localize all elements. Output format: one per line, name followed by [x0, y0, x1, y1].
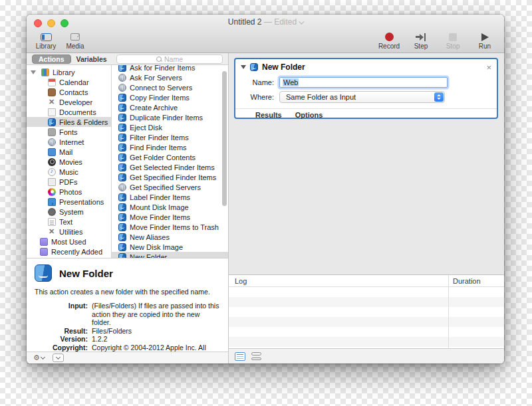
library-item[interactable]: Calendar: [27, 77, 111, 87]
finder-icon: [118, 134, 126, 142]
workflow-canvas[interactable]: New Folder × Name: Web Where: Same Folde…: [229, 53, 504, 274]
minimize-window-button[interactable]: [47, 19, 55, 27]
description-field-value: Copyright © 2004-2012 Apple Inc. All rig…: [92, 344, 220, 352]
gear-menu-button[interactable]: ⚙: [33, 354, 45, 361]
action-item[interactable]: Mount Disk Image: [112, 202, 228, 212]
title-chevron-down-icon[interactable]: [299, 19, 304, 24]
log-empty-row: [229, 337, 504, 347]
finder-icon: [118, 94, 126, 102]
log-column-header[interactable]: Log: [229, 277, 247, 285]
action-card-header[interactable]: New Folder ×: [235, 59, 497, 74]
close-action-button[interactable]: ×: [486, 63, 491, 72]
log-empty-row: [229, 307, 504, 317]
step-button-label: Step: [414, 43, 428, 50]
step-button[interactable]: Step: [410, 32, 432, 50]
library-item[interactable]: Recently Added: [27, 247, 111, 256]
action-item[interactable]: Move Finder Items: [112, 212, 228, 222]
action-item[interactable]: Get Selected Finder Items: [112, 162, 228, 172]
zoom-window-button[interactable]: [61, 19, 68, 27]
run-button-label: Run: [479, 43, 491, 50]
action-item-label: Get Folder Contents: [130, 153, 196, 161]
action-item[interactable]: Label Finder Items: [112, 192, 228, 202]
library-item[interactable]: Contacts: [27, 87, 111, 97]
run-button[interactable]: Run: [473, 32, 496, 50]
library-item[interactable]: Developer: [27, 97, 111, 107]
finder-icon: [118, 243, 126, 251]
library-item[interactable]: PDFs: [27, 177, 111, 187]
library-item[interactable]: Movies: [27, 157, 111, 167]
action-item-label: Copy Finder Items: [130, 94, 190, 102]
where-popup-button[interactable]: Same Folder as Input: [279, 91, 445, 103]
utilities-icon: [48, 228, 56, 236]
action-item[interactable]: Duplicate Finder Items: [112, 112, 228, 122]
action-item[interactable]: Ask for Finder Items: [112, 65, 228, 72]
library-root-item[interactable]: Library: [27, 67, 111, 77]
toolbar-right-group: Record Step Stop Run: [368, 32, 496, 50]
action-item[interactable]: Eject Disk: [112, 122, 228, 132]
library-item[interactable]: System: [27, 207, 111, 217]
search-input[interactable]: Name: [116, 54, 223, 64]
action-list-scrollbar[interactable]: [222, 71, 227, 206]
library-item-label: Recently Added: [51, 248, 102, 256]
action-item[interactable]: New Folder: [112, 252, 228, 258]
steps-view-button[interactable]: [251, 352, 261, 361]
action-item-label: Find Finder Items: [130, 144, 187, 152]
duration-column-header[interactable]: Duration: [453, 277, 481, 285]
library-item[interactable]: Internet: [27, 137, 111, 147]
action-item[interactable]: Find Finder Items: [112, 142, 228, 152]
library-item[interactable]: Documents: [27, 107, 111, 117]
close-window-button[interactable]: [34, 19, 42, 27]
tab-row: Actions Variables Name: [27, 53, 228, 65]
system-icon: [48, 208, 56, 216]
library-button[interactable]: Library: [35, 32, 57, 50]
library-item[interactable]: Files & Folders: [27, 117, 111, 127]
library-item-label: Text: [59, 218, 72, 226]
log-column-divider[interactable]: [448, 275, 449, 348]
results-button[interactable]: Results: [255, 111, 282, 119]
library-item[interactable]: Most Used: [27, 237, 111, 247]
library-item[interactable]: Photos: [27, 187, 111, 197]
description-field-value: Files/Folders: [92, 327, 220, 336]
tab-variables[interactable]: Variables: [71, 55, 112, 63]
library-item[interactable]: Presentations: [27, 197, 111, 207]
action-item[interactable]: Create Archive: [112, 102, 228, 112]
action-item[interactable]: Copy Finder Items: [112, 92, 228, 102]
action-item[interactable]: Move Finder Items to Trash: [112, 222, 228, 232]
action-item[interactable]: New Aliases: [112, 232, 228, 242]
documents-icon: [48, 108, 56, 116]
action-column: Ask for Finder Items Ask For Servers Con…: [112, 65, 228, 258]
disclosure-triangle-icon[interactable]: [241, 65, 246, 69]
library-tree: Calendar Contacts Developer: [27, 77, 111, 256]
action-item[interactable]: Get Specified Servers: [112, 182, 228, 192]
options-button[interactable]: Options: [295, 111, 323, 119]
library-item[interactable]: Mail: [27, 147, 111, 157]
action-item[interactable]: Connect to Servers: [112, 82, 228, 92]
log-view-button[interactable]: [235, 352, 245, 361]
record-button[interactable]: Record: [378, 32, 400, 50]
action-item[interactable]: Get Specified Finder Items: [112, 172, 228, 182]
popup-stepper-icon: [434, 92, 444, 102]
calendar-icon: [48, 78, 56, 86]
description-field: Input: (Files/Folders) If files are pass…: [35, 302, 220, 327]
description-title: New Folder: [59, 268, 113, 279]
library-item-label: Documents: [59, 108, 96, 116]
library-item[interactable]: Text: [27, 217, 111, 227]
text-icon: [48, 218, 56, 226]
pdfs-icon: [48, 178, 56, 186]
finder-icon: [118, 223, 126, 231]
media-button[interactable]: Media: [64, 32, 86, 50]
library-item[interactable]: Fonts: [27, 127, 111, 137]
action-item-label: Connect to Servers: [130, 84, 192, 92]
collapse-panel-button[interactable]: [53, 354, 64, 362]
action-item[interactable]: Filter Finder Items: [112, 132, 228, 142]
library-item-label: Presentations: [59, 198, 104, 206]
tab-actions[interactable]: Actions: [32, 54, 71, 64]
action-item[interactable]: New Disk Image: [112, 242, 228, 252]
action-item[interactable]: Ask For Servers: [112, 72, 228, 82]
library-item[interactable]: Utilities: [27, 227, 111, 237]
library-item[interactable]: Music: [27, 167, 111, 177]
folder-name-field[interactable]: Web: [279, 77, 448, 88]
library-item-label: Utilities: [59, 228, 82, 236]
disclosure-triangle-icon[interactable]: [31, 70, 36, 74]
action-item[interactable]: Get Folder Contents: [112, 152, 228, 162]
